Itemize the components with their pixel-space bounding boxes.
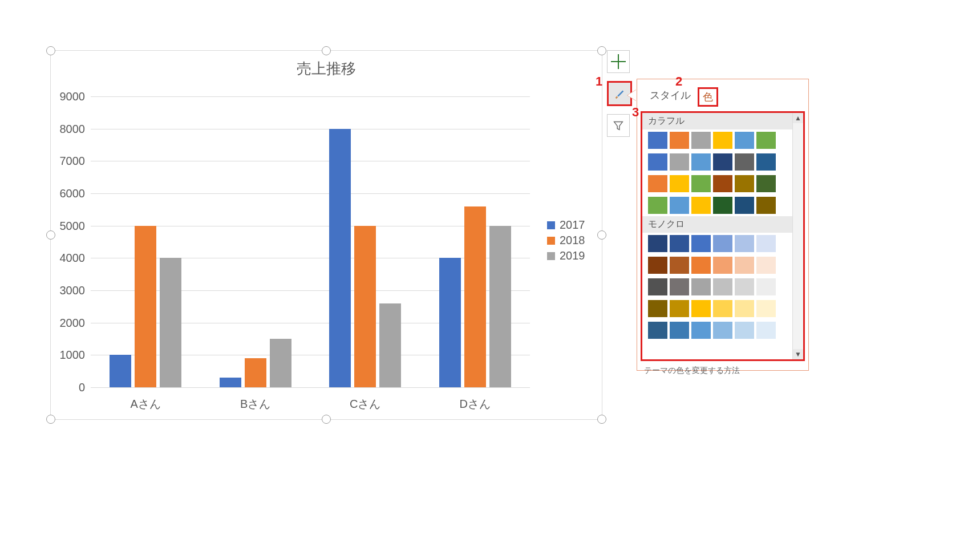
bar-2019[interactable] [160,258,181,387]
gridline [91,96,530,97]
color-swatch[interactable] [670,235,689,252]
color-swatch[interactable] [670,175,689,192]
color-swatch[interactable] [691,278,711,295]
tab-color[interactable]: 色 [698,87,718,107]
bar-2019[interactable] [379,303,401,387]
color-swatch[interactable] [691,175,711,192]
bar-2019[interactable] [489,226,511,387]
color-swatch[interactable] [756,175,776,192]
color-swatch[interactable] [756,235,776,252]
scroll-up-icon[interactable]: ▲ [793,113,803,123]
color-swatch[interactable] [735,197,754,214]
color-swatch[interactable] [691,257,711,274]
resize-handle-tc[interactable] [322,46,331,55]
mono-palette-row[interactable] [642,233,803,254]
colorful-palette-row[interactable] [642,195,803,216]
chart-object[interactable]: 売上推移 01000200030004000500060007000800090… [50,50,602,420]
color-swatch[interactable] [713,278,732,295]
color-swatch[interactable] [756,322,776,339]
mono-palette-row[interactable] [642,254,803,276]
color-swatch[interactable] [670,278,689,295]
resize-handle-ml[interactable] [46,230,55,240]
bar-2017[interactable] [439,258,461,387]
color-swatch[interactable] [713,322,732,339]
bar-2018[interactable] [354,226,376,387]
legend-item[interactable]: 2019 [547,249,585,262]
resize-handle-tr[interactable] [597,46,606,55]
color-swatch[interactable] [713,197,732,214]
color-swatch[interactable] [735,132,754,149]
color-swatch[interactable] [648,300,667,317]
legend[interactable]: 201720182019 [547,216,585,265]
color-swatch[interactable] [756,197,776,214]
color-swatch[interactable] [735,153,754,171]
mono-palette-row[interactable] [642,319,803,341]
color-swatch[interactable] [670,322,689,339]
color-swatch[interactable] [735,322,754,339]
y-tick-label: 0 [51,381,85,394]
color-swatch[interactable] [691,132,711,149]
color-swatch[interactable] [713,257,732,274]
color-swatch[interactable] [670,257,689,274]
color-swatch[interactable] [713,175,732,192]
color-swatch[interactable] [691,153,711,171]
scrollbar[interactable]: ▲ ▼ [792,113,803,359]
resize-handle-bc[interactable] [322,415,331,424]
legend-item[interactable]: 2017 [547,218,585,232]
bar-2017[interactable] [220,378,241,387]
color-swatch[interactable] [735,175,754,192]
colorful-palette-row[interactable] [642,151,803,173]
color-swatch[interactable] [756,132,776,149]
color-swatch[interactable] [691,322,711,339]
color-swatch[interactable] [670,300,689,317]
resize-handle-mr[interactable] [597,230,606,240]
mono-palette-row[interactable] [642,276,803,298]
theme-color-help-link[interactable]: テーマの色を変更する方法 [637,361,808,380]
bar-2018[interactable] [245,358,266,387]
tab-style[interactable]: スタイル [646,87,694,107]
color-swatch[interactable] [648,322,667,339]
color-swatch[interactable] [691,197,711,214]
color-swatch[interactable] [670,197,689,214]
resize-handle-bl[interactable] [46,415,55,424]
mono-palette-row[interactable] [642,298,803,319]
resize-handle-br[interactable] [597,415,606,424]
color-swatch[interactable] [756,278,776,295]
color-swatch[interactable] [648,153,667,171]
color-swatch[interactable] [713,132,732,149]
chart-filter-button[interactable] [607,114,630,137]
color-swatch[interactable] [691,300,711,317]
color-swatch[interactable] [735,257,754,274]
color-swatch[interactable] [648,278,667,295]
bar-2017[interactable] [110,355,131,387]
plot-area[interactable]: 0100020003000400050006000700080009000Aさん… [91,96,530,387]
color-swatch[interactable] [713,235,732,252]
resize-handle-tl[interactable] [46,46,55,55]
color-swatch[interactable] [756,153,776,171]
color-swatch[interactable] [648,235,667,252]
color-swatch[interactable] [648,175,667,192]
color-swatch[interactable] [670,132,689,149]
color-swatch[interactable] [713,300,732,317]
color-swatch[interactable] [735,235,754,252]
color-swatch[interactable] [713,153,732,171]
color-swatch[interactable] [756,300,776,317]
colorful-palette-row[interactable] [642,129,803,151]
chart-elements-button[interactable] [607,50,630,73]
color-swatch[interactable] [648,132,667,149]
scroll-down-icon[interactable]: ▼ [793,349,803,359]
bar-2018[interactable] [464,206,486,387]
color-swatch[interactable] [648,257,667,274]
bar-2019[interactable] [270,339,291,387]
legend-item[interactable]: 2018 [547,234,585,247]
color-swatch[interactable] [735,278,754,295]
color-swatch[interactable] [756,257,776,274]
colorful-palette-row[interactable] [642,173,803,195]
bar-2018[interactable] [135,226,156,387]
color-swatch[interactable] [691,235,711,252]
bar-2017[interactable] [329,129,351,387]
color-swatch[interactable] [648,197,667,214]
color-swatch[interactable] [735,300,754,317]
color-swatch[interactable] [670,153,689,171]
chart-title[interactable]: 売上推移 [51,59,602,79]
